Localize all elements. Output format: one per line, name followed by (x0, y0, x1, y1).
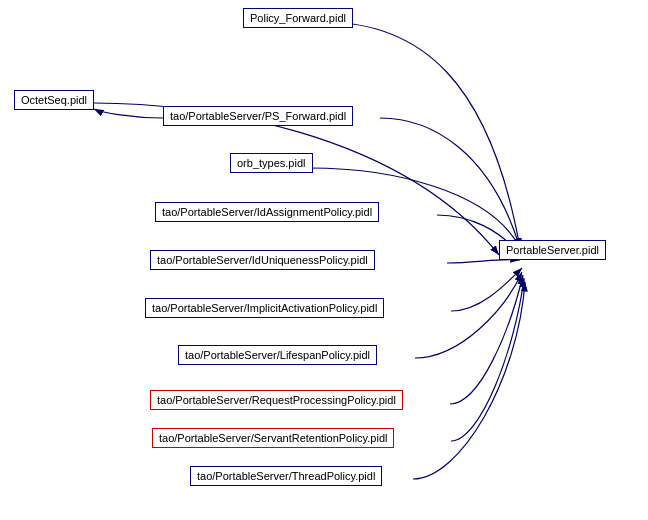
dependency-diagram: PortableServer.pidl OctetSeq.pidl Policy… (0, 0, 648, 520)
node-portableserver[interactable]: PortableServer.pidl (499, 240, 606, 260)
node-request-processing[interactable]: tao/PortableServer/RequestProcessingPoli… (150, 390, 403, 410)
node-lifespan[interactable]: tao/PortableServer/LifespanPolicy.pidl (178, 345, 377, 365)
node-servant-retention[interactable]: tao/PortableServer/ServantRetentionPolic… (152, 428, 394, 448)
node-policy-forward[interactable]: Policy_Forward.pidl (243, 8, 353, 28)
node-orb-types[interactable]: orb_types.pidl (230, 153, 313, 173)
node-id-uniqueness[interactable]: tao/PortableServer/IdUniquenessPolicy.pi… (150, 250, 375, 270)
node-thread-policy[interactable]: tao/PortableServer/ThreadPolicy.pidl (190, 466, 382, 486)
node-ps-forward[interactable]: tao/PortableServer/PS_Forward.pidl (163, 106, 353, 126)
node-octetseq[interactable]: OctetSeq.pidl (14, 90, 94, 110)
node-id-assignment[interactable]: tao/PortableServer/IdAssignmentPolicy.pi… (155, 202, 379, 222)
node-implicit-activation[interactable]: tao/PortableServer/ImplicitActivationPol… (145, 298, 384, 318)
